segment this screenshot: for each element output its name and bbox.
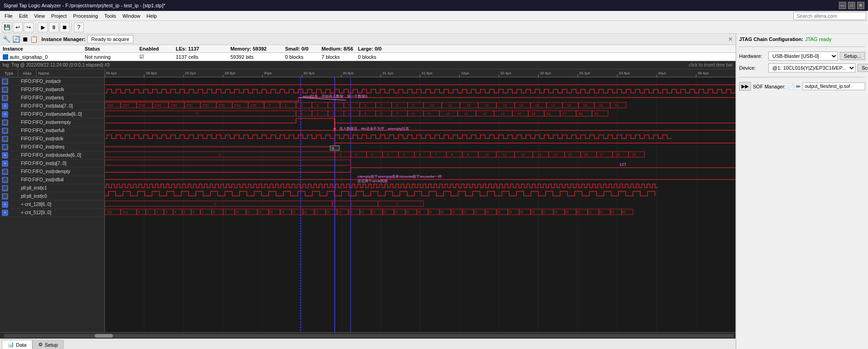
save-button[interactable]: 💾 — [2, 22, 12, 32]
stop-button[interactable]: ⏹ — [60, 22, 70, 32]
signal-row-c0[interactable]: ⬛ pll:pll_inst|c0 — [0, 192, 104, 200]
hardware-select[interactable]: USB-Blaster [USB-0] — [768, 51, 838, 61]
signal-row-c1[interactable]: ⬛ pll:pll_inst|c1 — [0, 184, 104, 192]
signal-row-rdusedw[interactable]: + FIFO:FIFO_inst|rdusedw[6..0] — [0, 151, 104, 159]
pause-button[interactable]: ⏸ — [49, 22, 59, 32]
scan-chain-button[interactable]: Scan Chain — [858, 64, 868, 72]
svg-text:17: 17 — [551, 103, 555, 108]
device-select[interactable]: @1: 10CL016(Y|Z)/EP3C16/EP... — [768, 63, 856, 72]
sof-edit-icon[interactable]: ✏ — [796, 83, 801, 90]
jtag-config-label: JTAG Chain Configuration: — [739, 36, 803, 42]
menu-edit[interactable]: Edit — [16, 12, 31, 20]
sof-path-input[interactable] — [802, 82, 865, 90]
signal-name-wrempty: FIFO:FIFO_inst|wrempty — [21, 120, 71, 125]
scrollbar-track[interactable] — [4, 334, 734, 338]
svg-text:16: 16 — [535, 103, 539, 108]
instance-manager-icon: 🔧 — [3, 36, 10, 43]
close-button[interactable]: ✕ — [857, 2, 864, 9]
sof-arrow-button[interactable]: ▶▶ — [739, 82, 751, 91]
svg-text:11: 11 — [246, 210, 250, 214]
menu-help[interactable]: Help — [144, 12, 160, 20]
minimize-button[interactable]: — — [839, 2, 846, 9]
svg-text:32.4μs: 32.4μs — [500, 71, 511, 75]
signal-row-wrclk[interactable]: ⬛ FIFO:FIFO_inst|wrclk — [0, 86, 104, 94]
svg-text:7: 7 — [396, 112, 398, 116]
redo-button[interactable]: ↪ — [24, 22, 34, 32]
svg-text:23: 23 — [383, 210, 387, 214]
svg-text:16: 16 — [303, 210, 307, 214]
svg-text:31.2μs: 31.2μs — [382, 71, 393, 75]
svg-text:5: 5 — [184, 210, 185, 214]
signal-row-q[interactable]: + FIFO:FIFO_inst|q[7..0] — [0, 159, 104, 168]
signal-row-aclr[interactable]: ⬛ FIFO:FIFO_inst|aclr — [0, 77, 104, 86]
signal-row-data[interactable]: + FIFO:FIFO_inst|data[7..0] — [0, 102, 104, 110]
svg-text:25: 25 — [406, 210, 409, 214]
svg-text:0: 0 — [219, 153, 221, 157]
signal-icon-rdempty: ⬛ — [2, 169, 8, 175]
menu-tools[interactable]: Tools — [102, 12, 119, 20]
click-hint[interactable]: click to insert time bar — [689, 62, 733, 67]
tab-data[interactable]: 📊 Data — [2, 340, 32, 349]
search-input[interactable] — [793, 12, 866, 20]
title-controls: — □ ✕ — [839, 2, 864, 9]
svg-text:28.4μs: 28.4μs — [106, 71, 117, 75]
svg-text:22: 22 — [372, 210, 375, 214]
svg-text:17: 17 — [600, 153, 604, 157]
signal-row-cnt512[interactable]: + + cnt_512[9..0] — [0, 209, 104, 217]
svg-text:21: 21 — [360, 210, 364, 214]
signal-row-rdempty[interactable]: ⬛ FIFO:FIFO_inst|rdempty — [0, 168, 104, 176]
signal-row-rdfull[interactable]: ⬛ FIFO:FIFO_inst|rdfull — [0, 176, 104, 184]
signal-row-wrfull[interactable]: ⬛ FIFO:FIFO_inst|wrfull — [0, 127, 104, 135]
svg-text:9: 9 — [225, 210, 226, 214]
scrollbar-area[interactable] — [0, 332, 735, 339]
svg-text:249: 249 — [155, 103, 161, 108]
instance-manager-icon4: 📋 — [30, 36, 38, 43]
svg-text:253: 253 — [219, 103, 225, 108]
signal-row-wrusedw[interactable]: + FIFO:FIFO_inst|wrusedw[6..0] — [0, 110, 104, 118]
menu-view[interactable]: View — [31, 12, 48, 20]
menu-project[interactable]: Project — [48, 12, 69, 20]
undo-button[interactable]: ↩ — [13, 22, 23, 32]
svg-text:15: 15 — [519, 103, 523, 108]
signal-icon-cnt512: + — [2, 210, 8, 216]
instance-manager-header: 🔧 🔄 ⏹ 📋 Instance Manager: Ready to acqui… — [0, 34, 735, 45]
maximize-button[interactable]: □ — [848, 2, 855, 9]
tab-setup[interactable]: ⚙ Setup — [32, 340, 64, 349]
svg-text:18: 18 — [616, 153, 620, 157]
signal-row-rdreq[interactable]: ⬛ FIFO:FIFO_inst|rdreq — [0, 143, 104, 151]
waveform-display[interactable]: 246 247 248 249 250 251 252 — [105, 77, 735, 332]
signal-row-cnt128[interactable]: + + cnt_128[6..0] — [0, 200, 104, 209]
instance-table-row[interactable]: auto_signaltap_0 Not running ☑ 1137 cell… — [0, 53, 735, 61]
svg-text:43: 43 — [611, 210, 614, 214]
svg-text:8: 8 — [213, 210, 215, 214]
toolbar: 💾 ↩ ↪ ▶ ⏸ ⏹ ? — [0, 21, 868, 34]
setup-button[interactable]: Setup... — [840, 52, 865, 60]
signal-name-wrusedw: FIFO:FIFO_inst|wrusedw[6..0] — [21, 112, 82, 117]
svg-text:9: 9 — [412, 103, 414, 108]
menu-file[interactable]: File — [2, 12, 15, 20]
signal-icon-rdusedw: + — [2, 152, 8, 159]
svg-text:6: 6 — [193, 210, 194, 214]
instance-les: 1137 cells — [176, 54, 230, 60]
instance-table-header: Instance Status Enabled LEs: 1137 Memory… — [0, 45, 735, 53]
scrollbar-thumb[interactable] — [95, 334, 113, 338]
menu-processing[interactable]: Processing — [71, 12, 101, 20]
help-button[interactable]: ? — [74, 22, 84, 32]
waveform-area: log: Trig @ 2022/09/22 11:24:00 (0:0:0.1… — [0, 61, 735, 339]
menu-window[interactable]: Window — [120, 12, 143, 20]
run-button[interactable]: ▶ — [38, 22, 48, 32]
svg-text:15: 15 — [568, 153, 572, 157]
signal-row-wrempty[interactable]: ⬛ FIFO:FIFO_inst|wrempty — [0, 118, 104, 127]
svg-text:11: 11 — [503, 153, 507, 157]
instance-small: 0 blocks — [285, 54, 322, 60]
jtag-divider2 — [739, 77, 865, 77]
svg-text:38: 38 — [554, 210, 557, 214]
svg-text:15: 15 — [531, 112, 536, 116]
signal-row-wreq[interactable]: ⬛ FIFO:FIFO_inst|wreq — [0, 94, 104, 102]
svg-text:252: 252 — [203, 103, 209, 108]
instance-manager-close[interactable]: ✕ — [728, 36, 733, 42]
svg-text:1: 1 — [301, 112, 303, 116]
svg-text:12: 12 — [521, 153, 525, 157]
svg-text:13: 13 — [500, 112, 505, 116]
signal-row-rdclk[interactable]: ⬛ FIFO:FIFO_inst|rdclk — [0, 135, 104, 143]
